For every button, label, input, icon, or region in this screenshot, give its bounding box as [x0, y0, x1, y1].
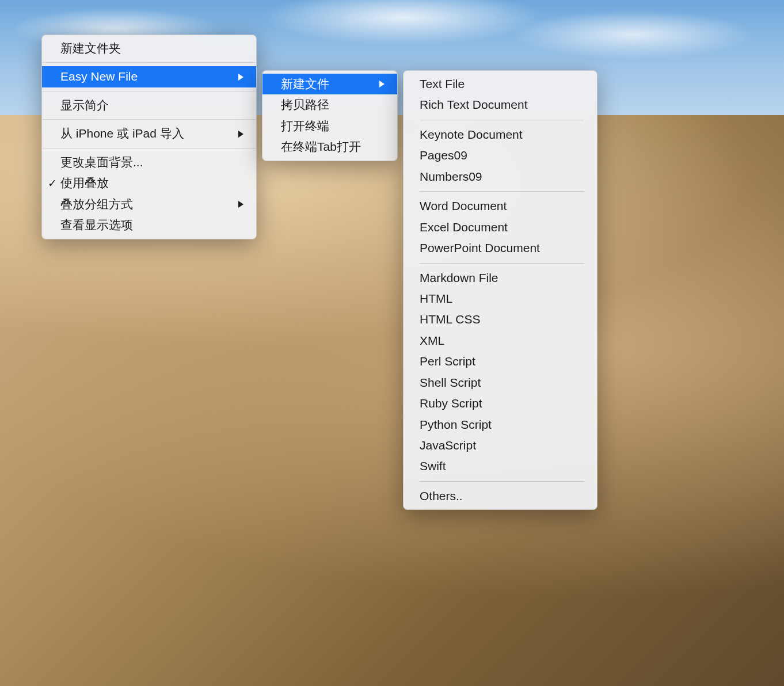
submenu-easy-new-file: 新建文件 拷贝路径 打开终端 在终端Tab打开 — [262, 70, 398, 161]
menu-item-label: Markdown File — [420, 269, 498, 287]
menu-item-ruby[interactable]: Ruby Script — [404, 393, 597, 414]
menu-item-shell[interactable]: Shell Script — [404, 372, 597, 393]
menu-separator — [43, 62, 256, 63]
menu-separator — [420, 263, 584, 264]
menu-item-label: 查看显示选项 — [60, 216, 133, 234]
menu-separator — [43, 119, 256, 120]
menu-item-html-css[interactable]: HTML CSS — [404, 309, 597, 330]
menu-item-excel[interactable]: Excel Document — [404, 217, 597, 238]
menu-item-label: 打开终端 — [281, 117, 329, 135]
context-menu-main: 新建文件夹 Easy New File 显示简介 从 iPhone 或 iPad… — [41, 35, 257, 239]
menu-item-label: Numbers09 — [420, 168, 482, 185]
menu-separator — [43, 91, 256, 92]
menu-item-markdown[interactable]: Markdown File — [404, 268, 597, 288]
menu-item-label: HTML CSS — [420, 311, 480, 328]
menu-item-group-stacks-by[interactable]: 叠放分组方式 — [42, 194, 256, 215]
menu-item-label: 显示简介 — [60, 97, 109, 114]
menu-separator — [43, 148, 256, 148]
menu-item-get-info[interactable]: 显示简介 — [42, 95, 256, 116]
menu-item-label: XML — [420, 332, 444, 349]
menu-item-label: 拷贝路径 — [281, 96, 329, 113]
menu-item-label: Ruby Script — [420, 395, 482, 412]
menu-item-label: Excel Document — [420, 219, 508, 236]
menu-item-use-stacks[interactable]: ✓ 使用叠放 — [42, 173, 256, 193]
chevron-right-icon — [221, 74, 243, 81]
menu-item-open-terminal-tab[interactable]: 在终端Tab打开 — [262, 136, 397, 157]
menu-item-rich-text[interactable]: Rich Text Document — [404, 94, 597, 115]
menu-item-xml[interactable]: XML — [404, 330, 597, 351]
menu-item-label: Easy New File — [60, 68, 138, 85]
chevron-right-icon — [221, 131, 243, 138]
menu-item-label: 新建文件 — [281, 75, 329, 93]
menu-item-others[interactable]: Others.. — [404, 486, 597, 506]
menu-item-word[interactable]: Word Document — [404, 196, 597, 216]
menu-item-text-file[interactable]: Text File — [404, 74, 597, 94]
menu-item-label: Word Document — [420, 197, 507, 215]
menu-item-label: Python Script — [420, 416, 492, 433]
menu-item-label: 更改桌面背景... — [60, 154, 143, 171]
menu-item-javascript[interactable]: JavaScript — [404, 435, 597, 456]
menu-item-label: Swift — [420, 458, 446, 475]
menu-item-perl[interactable]: Perl Script — [404, 351, 597, 372]
menu-item-label: 叠放分组方式 — [60, 196, 133, 213]
chevron-right-icon — [362, 81, 385, 87]
chevron-right-icon — [221, 201, 243, 208]
menu-item-open-terminal[interactable]: 打开终端 — [262, 116, 397, 136]
menu-item-change-background[interactable]: 更改桌面背景... — [42, 152, 256, 173]
menu-item-new-folder[interactable]: 新建文件夹 — [42, 38, 256, 59]
menu-item-numbers[interactable]: Numbers09 — [404, 166, 597, 187]
menu-separator — [420, 481, 584, 482]
checkmark-icon: ✓ — [48, 176, 57, 192]
menu-item-label: Shell Script — [420, 374, 481, 391]
menu-item-label: JavaScript — [420, 437, 476, 454]
menu-item-label: 新建文件夹 — [60, 40, 121, 57]
submenu-new-file-types: Text File Rich Text Document Keynote Doc… — [403, 70, 597, 510]
menu-item-label: 从 iPhone 或 iPad 导入 — [60, 125, 184, 142]
menu-item-show-view-options[interactable]: 查看显示选项 — [42, 215, 256, 235]
menu-separator — [420, 191, 584, 192]
menu-item-easy-new-file[interactable]: Easy New File — [42, 66, 256, 87]
menu-item-keynote[interactable]: Keynote Document — [404, 124, 597, 145]
menu-item-import-from-iphone[interactable]: 从 iPhone 或 iPad 导入 — [42, 123, 256, 144]
menu-item-label: HTML — [420, 290, 452, 307]
menu-separator — [420, 120, 584, 120]
menu-item-powerpoint[interactable]: PowerPoint Document — [404, 238, 597, 258]
menu-item-label: Text File — [420, 75, 465, 93]
menu-item-html[interactable]: HTML — [404, 288, 597, 309]
menu-item-new-file[interactable]: 新建文件 — [262, 74, 397, 94]
menu-item-label: 在终端Tab打开 — [281, 138, 361, 155]
menu-item-label: Rich Text Document — [420, 96, 528, 113]
menu-item-label: Perl Script — [420, 353, 475, 370]
menu-item-label: 使用叠放 — [60, 174, 109, 192]
menu-item-copy-path[interactable]: 拷贝路径 — [262, 94, 397, 115]
menu-item-python[interactable]: Python Script — [404, 414, 597, 435]
menu-item-label: Others.. — [420, 487, 463, 505]
menu-item-label: PowerPoint Document — [420, 239, 540, 257]
menu-item-label: Pages09 — [420, 147, 467, 164]
menu-item-pages[interactable]: Pages09 — [404, 145, 597, 166]
menu-item-swift[interactable]: Swift — [404, 456, 597, 477]
menu-item-label: Keynote Document — [420, 126, 523, 143]
